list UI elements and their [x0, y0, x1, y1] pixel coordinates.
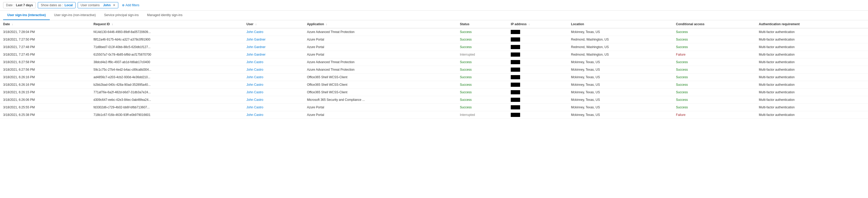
- col-ip-address[interactable]: IP address ↕: [507, 20, 568, 28]
- cell-status: Success: [457, 28, 508, 36]
- col-location[interactable]: Location: [568, 20, 673, 28]
- cell-application: Azure Advanced Threat Protection: [304, 28, 457, 36]
- cell-auth-requirement: Multi-factor authentication: [756, 43, 868, 51]
- user-contains-label: User contains: [81, 3, 99, 7]
- sign-ins-table: Date ↓ Request ID ↕ User ↕ Application ↕…: [0, 20, 868, 119]
- user-filter-close-icon[interactable]: ✕: [113, 3, 116, 7]
- cell-auth-requirement: Multi-factor authentication: [756, 58, 868, 66]
- cell-location: Mckinney, Texas, US: [568, 89, 673, 96]
- cell-auth-requirement: Multi-factor authentication: [756, 66, 868, 74]
- cell-ip-address: [507, 66, 568, 74]
- col-conditional-access[interactable]: Conditional access: [673, 20, 756, 28]
- cell-conditional-access: Success: [673, 43, 756, 51]
- cell-application: Azure Portal: [304, 43, 457, 51]
- cell-location: Redmond, Washington, US: [568, 36, 673, 43]
- cell-location: Mckinney, Texas, US: [568, 96, 673, 104]
- cell-ip-address: [507, 96, 568, 104]
- cell-request-id: f414d130-6446-4993-89df-8a05720609...: [90, 28, 243, 36]
- add-filters-button[interactable]: ⊕ Add filters: [120, 2, 141, 8]
- user-contains-chip[interactable]: User contains John ✕: [78, 2, 118, 8]
- filter-icon: ⊕: [122, 3, 125, 7]
- cell-user[interactable]: John Castro: [243, 104, 304, 111]
- cell-application: Azure Advanced Threat Protection: [304, 66, 457, 74]
- table-header-row: Date ↓ Request ID ↕ User ↕ Application ↕…: [0, 20, 868, 28]
- col-user[interactable]: User ↕: [243, 20, 304, 28]
- add-filters-label: Add filters: [126, 3, 140, 7]
- cell-date: 3/18/2021, 6:26:16 PM: [0, 81, 90, 89]
- cell-conditional-access: Success: [673, 89, 756, 96]
- col-auth-requirement[interactable]: Authentication requirement: [756, 20, 868, 28]
- cell-location: Mckinney, Texas, US: [568, 58, 673, 66]
- cell-auth-requirement: Multi-factor authentication: [756, 28, 868, 36]
- table-row: 3/18/2021, 7:27:48 PM 71d8bed7-013f-40bb…: [0, 43, 868, 51]
- date-filter-chip[interactable]: Date : Last 7 days: [3, 2, 36, 8]
- cell-user[interactable]: John Gardner: [243, 43, 304, 51]
- cell-user[interactable]: John Castro: [243, 81, 304, 89]
- cell-application: Azure Portal: [304, 111, 457, 119]
- cell-status: Success: [457, 81, 508, 89]
- cell-request-id: 615507a7-0c78-4b85-bf8d-acf175870700: [90, 51, 243, 58]
- ip-sort-icon: ↕: [528, 23, 530, 26]
- cell-user[interactable]: John Gardner: [243, 36, 304, 43]
- col-date[interactable]: Date ↓: [0, 20, 90, 28]
- cell-status: Success: [457, 36, 508, 43]
- cell-user[interactable]: John Castro: [243, 96, 304, 104]
- application-sort-icon: ↕: [326, 23, 327, 26]
- cell-user[interactable]: John Castro: [243, 66, 304, 74]
- cell-date: 3/18/2021, 6:27:56 PM: [0, 66, 90, 74]
- cell-location: Mckinney, Texas, US: [568, 104, 673, 111]
- table-row: 3/18/2021, 6:26:15 PM 771af76e-6a2f-482d…: [0, 89, 868, 96]
- cell-request-id: 718b1c67-f16b-4630-93ff-e0b979016601: [90, 111, 243, 119]
- cell-ip-address: [507, 28, 568, 36]
- col-status[interactable]: Status: [457, 20, 508, 28]
- col-request-id[interactable]: Request ID ↕: [90, 20, 243, 28]
- cell-user[interactable]: John Castro: [243, 74, 304, 81]
- cell-location: Mckinney, Texas, US: [568, 66, 673, 74]
- cell-conditional-access: Failure: [673, 111, 756, 119]
- tab-service-principal[interactable]: Service principal sign-ins: [100, 11, 143, 20]
- cell-date: 3/18/2021, 7:27:48 PM: [0, 43, 90, 51]
- cell-conditional-access: Success: [673, 81, 756, 89]
- table-row: 3/18/2021, 7:27:45 PM 615507a7-0c78-4b85…: [0, 51, 868, 58]
- user-contains-value: John: [103, 3, 111, 7]
- col-application[interactable]: Application ↕: [304, 20, 457, 28]
- cell-date: 3/18/2021, 7:27:50 PM: [0, 36, 90, 43]
- cell-status: Success: [457, 43, 508, 51]
- show-dates-value: Local: [65, 3, 73, 7]
- cell-conditional-access: Success: [673, 58, 756, 66]
- tab-managed-identity[interactable]: Managed identity sign-ins: [143, 11, 187, 20]
- cell-conditional-access: Success: [673, 28, 756, 36]
- user-sort-icon: ↕: [255, 23, 257, 26]
- cell-request-id: f8f12a46-9175-4d4c-a327-a378c0f91900: [90, 36, 243, 43]
- cell-user[interactable]: John Castro: [243, 58, 304, 66]
- cell-application: Azure Portal: [304, 36, 457, 43]
- cell-user[interactable]: John Castro: [243, 111, 304, 119]
- cell-request-id: ad4856c7-e203-4cb2-930d-4e36dd210...: [90, 74, 243, 81]
- tab-non-interactive[interactable]: User sign-ins (non-interactive): [50, 11, 100, 20]
- cell-application: Azure Portal: [304, 51, 457, 58]
- cell-request-id: 71d8bed7-013f-40bb-88c5-620db1f127...: [90, 43, 243, 51]
- cell-request-id: 38dcd4e2-ff8c-4937-ab1d-fd8ab17c0400: [90, 58, 243, 66]
- cell-ip-address: [507, 104, 568, 111]
- cell-conditional-access: Success: [673, 66, 756, 74]
- cell-conditional-access: Success: [673, 36, 756, 43]
- table-row: 3/18/2021, 6:27:58 PM 38dcd4e2-ff8c-4937…: [0, 58, 868, 66]
- cell-conditional-access: Failure: [673, 51, 756, 58]
- cell-user[interactable]: John Castro: [243, 89, 304, 96]
- cell-status: Success: [457, 89, 508, 96]
- cell-conditional-access: Success: [673, 74, 756, 81]
- cell-date: 3/18/2021, 6:25:55 PM: [0, 104, 90, 111]
- cell-ip-address: [507, 51, 568, 58]
- request-id-sort-icon: ↕: [112, 23, 113, 26]
- date-sort-icon: ↓: [12, 23, 13, 26]
- show-dates-chip[interactable]: Show dates as : Local: [38, 2, 75, 8]
- cell-user[interactable]: John Gardner: [243, 51, 304, 58]
- cell-user[interactable]: John Castro: [243, 28, 304, 36]
- cell-application: Office365 Shell WCSS-Client: [304, 89, 457, 96]
- cell-application: Azure Advanced Threat Protection: [304, 58, 457, 66]
- cell-location: Mckinney, Texas, US: [568, 74, 673, 81]
- cell-auth-requirement: Multi-factor authentication: [756, 89, 868, 96]
- cell-application: Office365 Shell WCSS-Client: [304, 81, 457, 89]
- tab-interactive[interactable]: User sign-ins (interactive): [3, 11, 50, 20]
- cell-date: 3/18/2021, 7:27:45 PM: [0, 51, 90, 58]
